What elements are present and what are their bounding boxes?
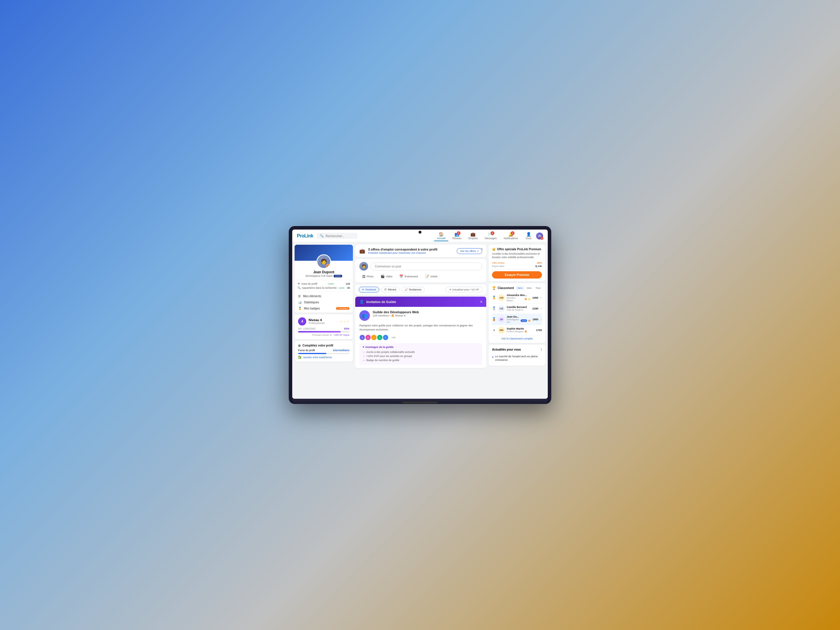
stats-icon: 📊	[298, 301, 302, 304]
stat-change-search: +12%	[338, 287, 344, 289]
premium-desc: Accédez à des fonctionnalités exclusives…	[492, 252, 542, 259]
search-icon: 🔍	[320, 234, 324, 238]
post-input-row: 🧑	[359, 262, 482, 271]
guild-meta: 128 membres • 🔥 Niveau 8	[373, 314, 482, 317]
lb-badge-fire-4: 🔥	[524, 330, 527, 333]
job-alert-button[interactable]: Voir les offres ↗	[457, 248, 482, 254]
elements-label: Mes éléments	[303, 295, 321, 298]
lb-avatar-1: AM	[498, 294, 505, 301]
check-icon: ✅	[298, 356, 301, 359]
premium-discount: -50%	[536, 262, 542, 264]
nav-item-emplois[interactable]: 💼 Emplois	[466, 231, 481, 241]
badges-icon: 🏅	[298, 307, 302, 310]
left-sidebar: 🧑 4 Jean Dupont Développeur Full Stack O…	[295, 245, 353, 396]
event-label: Événement	[404, 275, 418, 278]
profile-link-stats[interactable]: 📊 Statistiques	[295, 299, 353, 305]
job-alert-close[interactable]: ✕	[480, 247, 483, 251]
lb-job-4: Product Designer 🔥	[507, 330, 534, 333]
filter-tab-tendances[interactable]: 📈 Tendances	[401, 287, 425, 292]
info-icon[interactable]: ℹ	[541, 348, 542, 352]
lb-tab-mois[interactable]: Mois	[525, 286, 533, 290]
pc-action[interactable]: ✅ Ajoutez votre expérience	[298, 356, 349, 359]
profile-card: 🧑 4 Jean Dupont Développeur Full Stack O…	[295, 245, 353, 313]
lb-rank-1: 🥇	[492, 296, 496, 300]
guild-info: Guilde des Développeurs Web 128 membres …	[373, 310, 482, 317]
reseau-badge: 5	[457, 231, 461, 235]
guild-desc: Rejoignez notre guilde pour collaborer s…	[359, 324, 482, 332]
stat-label-views: 👁 Vues du profil	[297, 282, 317, 285]
messages-icon: ✉️ 4	[488, 232, 493, 237]
laptop-bottom	[292, 399, 548, 404]
job-alert-text: 3 offres d'emploi correspondent à votre …	[368, 248, 454, 254]
profile-avatar-wrap: 🧑 4	[295, 254, 353, 269]
profile-name: Jean Dupont	[297, 270, 350, 274]
news-card: Actualités pour vous ℹ ● Le marché de l'…	[488, 345, 545, 366]
nav-item-vous[interactable]: 👤 Vous	[522, 231, 535, 241]
crown-icon: 👑	[492, 248, 496, 251]
profile-avatar[interactable]: 🧑 4	[316, 254, 331, 269]
nav-item-reseau[interactable]: 👥 5 Réseau	[450, 231, 464, 241]
post-video-btn[interactable]: 🎬 Vidéo	[378, 273, 395, 280]
lb-avatar-2: CB	[498, 305, 505, 312]
laptop-frame: ProLink 🔍 🏠 Accueil 👥 5	[289, 226, 551, 404]
main-layout: 🧑 4 Jean Dupont Développeur Full Stack O…	[292, 242, 548, 399]
laptop-stand	[403, 402, 437, 403]
lb-see-all[interactable]: Voir le classement complet	[492, 335, 542, 340]
profile-link-badges[interactable]: 🏅 Mes badges 3 nouveaux	[295, 305, 353, 311]
search-input[interactable]	[325, 234, 355, 238]
stat-value-views: 128	[346, 282, 350, 285]
lb-item-3: 🥉 JD Jean Du... Développeur Ful... Vous …	[492, 314, 542, 325]
guild-icon: 👥	[359, 310, 370, 321]
post-article-btn[interactable]: 📝 Article	[422, 273, 441, 280]
news-title: Actualités pour vous	[492, 348, 539, 351]
xp-label: XP: 1250/1500	[298, 327, 316, 330]
lb-tab-total[interactable]: Total	[534, 286, 542, 290]
premium-expire-row: Expire dans 2j 14h	[492, 265, 542, 267]
post-photo-btn[interactable]: 🖼 Photo	[359, 273, 377, 280]
network-icon: 👥 5	[455, 232, 459, 237]
lb-score-3: 1850	[532, 318, 538, 321]
stat-label-search: 🔍 Apparitions dans la recherche	[297, 286, 336, 289]
update-xp-button[interactable]: ✦ Actualiser pour +10 XP	[445, 287, 483, 292]
profile-links: ☰ Mes éléments 📊 Statistiques 🏅 Mes badg…	[295, 292, 353, 313]
lb-info-4: Sophie Martin Product Designer 🔥	[507, 327, 534, 333]
strength-label: Force du profil	[298, 349, 315, 352]
nav-item-messages[interactable]: ✉️ 4 Messages	[482, 231, 500, 241]
post-input[interactable]	[370, 262, 482, 270]
post-event-btn[interactable]: 📅 Événement	[396, 273, 421, 280]
laptop-screen: ProLink 🔍 🏠 Accueil 👥 5	[292, 229, 548, 399]
guild-adv-3: Badge de membre de guilde	[362, 358, 479, 362]
lb-info-1: Alexandre Mor... Directeur Marke... 🔥 ⭐	[507, 294, 531, 302]
profile-title-row: Développeur Full Stack O Pro	[297, 275, 350, 277]
stat-label-views-text: Vues du profil	[301, 282, 317, 285]
filter-tab-pertinent[interactable]: ✦ Pertinent	[359, 287, 379, 292]
filter-tab-recent[interactable]: ⏱ Récent	[381, 287, 399, 292]
nav-label-messages: Messages	[485, 237, 497, 240]
news-dot: ●	[492, 355, 494, 359]
stats-label: Statistiques	[304, 301, 319, 304]
lb-name-4: Sophie Martin	[507, 327, 534, 330]
lb-tab-sem[interactable]: Sem.	[516, 286, 525, 290]
premium-title: 👑 Offre spéciale ProLink Premium	[492, 248, 542, 251]
nav-item-notifications[interactable]: 🔔 6 Notifications	[501, 231, 521, 241]
stat-label-search-text: Apparitions dans la recherche	[302, 286, 336, 289]
article-label: Article	[430, 275, 437, 278]
post-actions: 🖼 Photo 🎬 Vidéo 📅 Événement	[359, 273, 482, 280]
nav-logo[interactable]: ProLink	[297, 233, 313, 238]
premium-button[interactable]: Essayer Premium	[492, 271, 542, 278]
lb-badge-fire-3: 🔥	[528, 319, 531, 322]
avatar[interactable]: JD 4	[536, 232, 543, 240]
job-alert-sub: Postulez maintenant pour maximiser vos c…	[368, 251, 454, 254]
avatar-badge: 4	[540, 237, 543, 240]
profile-link-elements[interactable]: ☰ Mes éléments	[295, 293, 353, 299]
guild-close-button[interactable]: ✕	[480, 300, 483, 304]
nav-item-accueil[interactable]: 🏠 Accueil	[434, 231, 448, 241]
complete-icon: ◎	[298, 344, 301, 347]
lb-header: 🏆 Classement Sem. Mois Total	[492, 286, 542, 290]
lb-avatar-3: JD	[498, 316, 505, 323]
camera-notch	[418, 231, 422, 234]
job-alert: 💼 3 offres d'emploi correspondent à votr…	[355, 245, 486, 257]
lb-title: Classement	[497, 286, 515, 290]
you-badge: Vous	[521, 319, 527, 322]
profile-complete-card: ◎ Complétez votre profil Force du profil…	[295, 341, 353, 362]
